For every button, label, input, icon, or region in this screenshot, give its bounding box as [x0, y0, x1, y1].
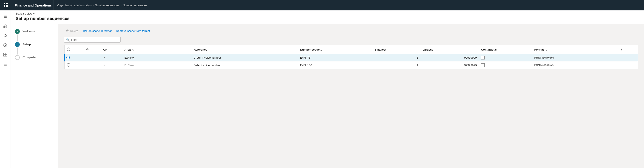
modules-icon[interactable]	[1, 60, 10, 69]
td-reference-2: Debit invoice number	[192, 61, 298, 69]
row-radio-2[interactable]	[67, 63, 70, 67]
search-icon: 🔍	[66, 38, 70, 42]
td-area-1: ExFlow	[122, 54, 192, 61]
td-extra-2	[617, 61, 638, 69]
step-circle-welcome: ✓	[15, 29, 20, 34]
svg-rect-4	[6, 5, 7, 6]
delete-icon: 🗑	[66, 29, 69, 33]
wizard-step-setup[interactable]: Setup	[15, 42, 54, 55]
refresh-icon: ⟳	[86, 48, 89, 51]
ok-checkmark-2: ✓	[103, 63, 106, 67]
main-content: Standard view ∨ Set up number sequences …	[10, 11, 644, 168]
svg-rect-3	[4, 5, 5, 6]
favorites-icon[interactable]	[1, 31, 10, 40]
header-radio[interactable]	[67, 48, 70, 51]
svg-rect-2	[7, 3, 8, 4]
step-label-setup: Setup	[22, 42, 31, 46]
app-grid-icon[interactable]	[2, 2, 10, 9]
td-numseq-2: ExFl_100	[298, 61, 372, 69]
svg-rect-9	[4, 26, 6, 28]
td-smallest-2: 1	[372, 61, 420, 69]
td-largest-2: 99999999	[420, 61, 479, 69]
td-selector-1[interactable]	[64, 54, 84, 61]
layout: ☰	[0, 11, 644, 168]
td-smallest-1: 1	[372, 54, 420, 61]
svg-rect-14	[5, 55, 7, 56]
data-table: ⟳ OK Area ▽ Reference	[64, 45, 638, 69]
hamburger-menu-icon[interactable]: ☰	[1, 12, 10, 21]
chevron-down-icon: ∨	[33, 12, 35, 15]
th-smallest: Smallest	[372, 45, 420, 54]
td-continuous-2[interactable]	[479, 61, 532, 69]
td-continuous-1[interactable]	[479, 54, 532, 61]
wizard-step-completed[interactable]: Completed	[15, 55, 54, 60]
recent-icon[interactable]	[1, 41, 10, 50]
area-filter-icon[interactable]: ▽	[132, 48, 134, 51]
th-ok: OK	[101, 45, 122, 54]
wizard-step-welcome[interactable]: ✓ Welcome	[15, 29, 54, 42]
filter-row: 🔍	[64, 37, 638, 43]
td-area-2: ExFlow	[122, 61, 192, 69]
td-refresh-2	[84, 61, 101, 69]
th-continuous: Continuous	[479, 45, 532, 54]
format-filter-icon[interactable]: ▽	[546, 48, 547, 51]
top-bar: Finance and Operations Organization admi…	[0, 0, 644, 11]
step-circle-completed	[15, 55, 20, 60]
td-ok-1: ✓	[101, 54, 122, 61]
th-largest: Largest	[420, 45, 479, 54]
include-scope-button[interactable]: Include scope in format	[81, 29, 114, 34]
delete-button[interactable]: 🗑 Delete	[64, 28, 80, 34]
svg-rect-13	[4, 55, 5, 56]
page-header: Standard view ∨ Set up number sequences	[10, 11, 644, 24]
more-options-icon[interactable]: ⋮	[620, 47, 624, 52]
th-area: Area ▽	[122, 45, 192, 54]
continuous-checkbox-2[interactable]	[481, 63, 485, 67]
continuous-checkbox-1[interactable]	[481, 56, 485, 60]
step-line-setup	[17, 48, 18, 55]
th-refresh[interactable]: ⟳	[84, 45, 101, 54]
td-largest-1: 99999999	[420, 54, 479, 61]
step-label-welcome: Welcome	[22, 29, 35, 33]
step-indicator-col-completed	[15, 55, 20, 60]
td-reference-1: Credit invoice number	[192, 54, 298, 61]
breadcrumb-item-1[interactable]: Organization administration	[57, 4, 92, 7]
td-refresh-1	[84, 54, 101, 61]
table-header-row: ⟳ OK Area ▽ Reference	[64, 45, 638, 54]
app-title: Finance and Operations	[13, 0, 54, 11]
svg-rect-12	[5, 53, 7, 55]
filter-input[interactable]	[71, 38, 118, 42]
td-ok-2: ✓	[101, 61, 122, 69]
filter-input-wrap: 🔍	[64, 37, 120, 43]
th-format: Format ▽	[532, 45, 617, 54]
toolbar: 🗑 Delete Include scope in format Remove …	[64, 28, 638, 34]
th-number-sequence: Number seque...	[298, 45, 372, 54]
workspaces-icon[interactable]	[1, 50, 10, 59]
step-circle-setup	[15, 42, 20, 47]
table-row[interactable]: ✓ ExFlow Credit invoice number ExFl_75 1…	[64, 54, 638, 61]
step-line-welcome	[17, 35, 18, 42]
table-row[interactable]: ✓ ExFlow Debit invoice number ExFl_100 1…	[64, 61, 638, 69]
ok-checkmark-1: ✓	[103, 56, 106, 59]
td-format-2: FRSI-########	[532, 61, 617, 69]
svg-rect-0	[4, 3, 5, 4]
step-indicator-col-welcome: ✓	[15, 29, 20, 42]
home-icon[interactable]	[1, 22, 10, 30]
breadcrumb: Organization administration › Number seq…	[57, 4, 147, 7]
wizard-main-panel: 🗑 Delete Include scope in format Remove …	[58, 24, 644, 168]
breadcrumb-item-2[interactable]: Number sequences	[95, 4, 120, 7]
svg-rect-1	[6, 3, 7, 4]
td-numseq-1: ExFl_75	[298, 54, 372, 61]
breadcrumb-item-3[interactable]: Number sequences	[123, 4, 147, 7]
remove-scope-button[interactable]: Remove scope from format	[114, 29, 152, 34]
row-radio-1[interactable]	[66, 56, 70, 59]
wizard-sidebar: ✓ Welcome Setup	[10, 24, 58, 168]
page-title: Set up number sequences	[16, 16, 639, 21]
svg-rect-6	[4, 6, 5, 7]
svg-rect-7	[6, 6, 7, 7]
th-more[interactable]: ⋮	[617, 45, 638, 54]
content-area: ✓ Welcome Setup	[10, 24, 644, 168]
svg-rect-5	[7, 5, 8, 6]
svg-rect-8	[7, 6, 8, 7]
td-selector-2[interactable]	[64, 61, 84, 69]
standard-view-selector[interactable]: Standard view ∨	[16, 12, 639, 15]
